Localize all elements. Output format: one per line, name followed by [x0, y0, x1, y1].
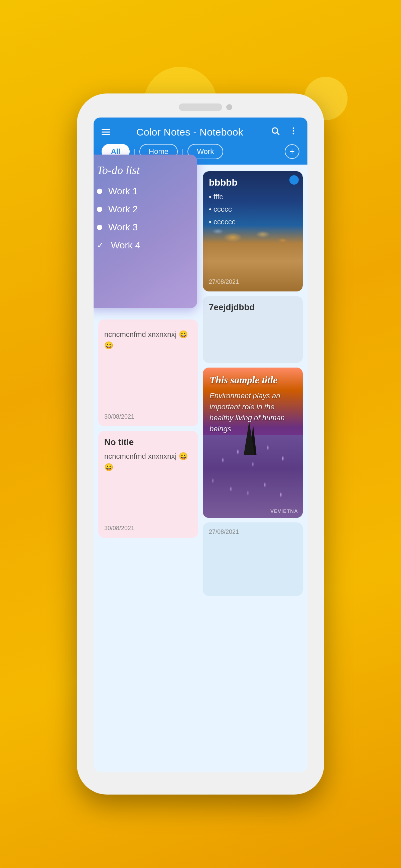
- phone-screen: Color Notes - Notebook: [93, 118, 308, 772]
- todo-text-4: Work 4: [111, 240, 140, 251]
- sky-note-card[interactable]: 27/08/2021: [203, 523, 303, 596]
- todo-text-2: Work 2: [108, 204, 138, 215]
- note-2-content: ncncmcnfmd xnxnxnxj 😀😀: [104, 451, 192, 521]
- note-1-date: 30/08/2021: [104, 413, 134, 420]
- sample-title-text: This sample title: [209, 374, 296, 385]
- sky-note-date: 27/08/2021: [209, 528, 297, 535]
- hamburger-line-1: [102, 129, 110, 130]
- todo-item-4: ✓ Work 4: [97, 240, 188, 251]
- city-note-bullets: • fffc • ccccc • cccccc: [209, 191, 297, 275]
- city-note-date: 27/08/2021: [209, 275, 297, 285]
- app-title: Color Notes - Notebook: [136, 127, 243, 138]
- hamburger-line-3: [102, 134, 110, 135]
- hamburger-line-2: [102, 131, 110, 132]
- note-2-text: ncncmcnfmd xnxnxnxj 😀😀: [104, 452, 188, 471]
- app-bar-top: Color Notes - Notebook: [102, 125, 299, 139]
- note-2-date: 30/08/2021: [104, 525, 134, 532]
- light-blue-note-card[interactable]: 7eejdjdbbd: [203, 296, 303, 363]
- note-2-title: No title: [104, 437, 192, 447]
- notes-area: ncncmcnfmd xnxnxnxj 😀😀 30/08/2021 No tit…: [93, 164, 308, 600]
- svg-point-0: [273, 128, 278, 133]
- light-blue-note-title: 7eejdjdbbd: [209, 302, 297, 312]
- phone-frame: Color Notes - Notebook: [77, 93, 324, 795]
- todo-dot-3: [97, 225, 102, 230]
- pin-dot: [289, 175, 299, 185]
- todo-card[interactable]: To-do list Work 1 Work 2 Work 3 ✓ Work 4: [93, 155, 197, 308]
- todo-item-2: Work 2: [97, 204, 188, 215]
- svg-point-2: [293, 127, 294, 129]
- todo-dot-1: [97, 189, 102, 194]
- menu-icon[interactable]: [102, 129, 110, 135]
- add-category-button[interactable]: +: [285, 144, 299, 159]
- todo-title: To-do list: [97, 164, 188, 177]
- todo-text-3: Work 3: [108, 222, 138, 233]
- city-note-title: bbbbb: [209, 177, 297, 188]
- city-note-card[interactable]: bbbbb • fffc • ccccc • cccccc 27/08/2021: [203, 171, 303, 291]
- todo-dot-2: [97, 207, 102, 212]
- city-note-content: bbbbb • fffc • ccccc • cccccc 27/08/2021: [203, 171, 303, 291]
- app-bar-actions: [269, 125, 299, 139]
- sample-watermark: VEVIETNA: [270, 508, 298, 514]
- bullet-1: • fffc: [209, 191, 297, 203]
- search-button[interactable]: [269, 125, 281, 139]
- phone-speaker: [179, 103, 222, 111]
- note-card-pink-2[interactable]: No title ncncmcnfmd xnxnxnxj 😀😀 30/08/20…: [98, 431, 198, 538]
- svg-point-3: [293, 130, 294, 132]
- more-options-button[interactable]: [287, 125, 299, 139]
- todo-check-4: ✓: [97, 241, 105, 249]
- note-card-pink-1[interactable]: ncncmcnfmd xnxnxnxj 😀😀 30/08/2021: [98, 319, 198, 426]
- sample-title-card[interactable]: This sample title Environment plays an i…: [203, 368, 303, 518]
- todo-item-1: Work 1: [97, 186, 188, 197]
- svg-line-1: [277, 132, 279, 134]
- sample-title-overlay: This sample title Environment plays an i…: [203, 368, 303, 518]
- col-right: bbbbb • fffc • ccccc • cccccc 27/08/2021…: [203, 171, 303, 596]
- note-1-text: ncncmcnfmd xnxnxnxj 😀😀: [104, 330, 188, 349]
- svg-point-4: [293, 133, 294, 134]
- bullet-2: • ccccc: [209, 203, 297, 215]
- bullet-3: • cccccc: [209, 216, 297, 228]
- sample-body-text: Environment plays an important role in t…: [209, 390, 296, 434]
- note-1-content: ncncmcnfmd xnxnxnxj 😀😀: [104, 329, 192, 409]
- todo-item-3: Work 3: [97, 222, 188, 233]
- todo-text-1: Work 1: [108, 186, 138, 197]
